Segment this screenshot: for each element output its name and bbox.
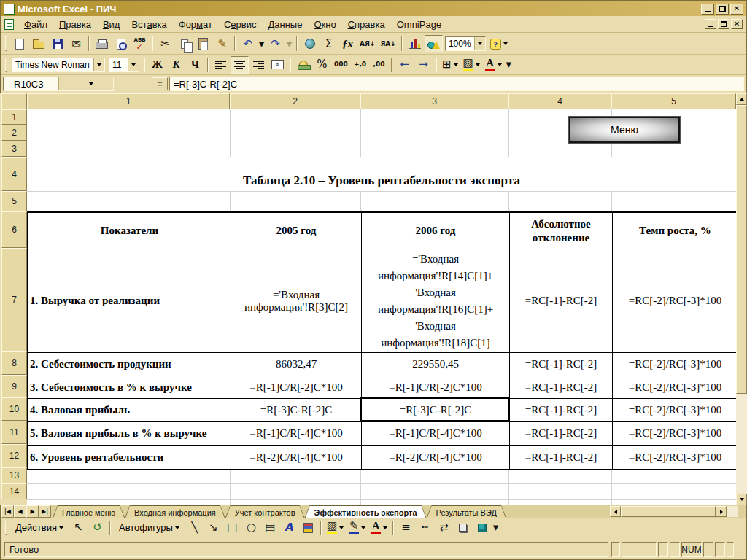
fill-color-button[interactable]: ▨ bbox=[325, 519, 346, 537]
table-cell[interactable]: =R[-1]C/R[-2]C*100 bbox=[231, 376, 362, 399]
sort-ascending-button[interactable]: АЯ↓ bbox=[357, 35, 377, 52]
menu-tools[interactable]: Сервис bbox=[218, 18, 263, 31]
chart-wizard-button[interactable] bbox=[406, 35, 424, 52]
table-cell[interactable]: =RC[-1]-RC[-2] bbox=[510, 446, 613, 469]
menu-data[interactable]: Данные bbox=[262, 18, 308, 31]
align-left-button[interactable] bbox=[212, 56, 230, 74]
scroll-up-button[interactable] bbox=[736, 93, 747, 105]
chevron-down-icon[interactable] bbox=[498, 63, 502, 66]
print-preview-button[interactable] bbox=[112, 35, 130, 52]
row-header-12[interactable]: 12 bbox=[1, 444, 27, 467]
menu-format[interactable]: Формат bbox=[173, 18, 218, 31]
row-header-9[interactable]: 9 bbox=[1, 375, 27, 397]
rectangle-button[interactable]: □ bbox=[223, 519, 241, 537]
chevron-down-icon[interactable] bbox=[93, 58, 104, 71]
chevron-down-icon[interactable] bbox=[175, 526, 179, 529]
underline-button[interactable]: Ч bbox=[186, 56, 204, 74]
vertical-scroll-thumb[interactable] bbox=[736, 105, 747, 394]
tab-nav-previous-sheet[interactable]: ◀ bbox=[14, 505, 26, 518]
row-header-11[interactable]: 11 bbox=[1, 421, 27, 444]
menu-insert[interactable]: Вставка bbox=[125, 18, 172, 31]
shadow-button[interactable] bbox=[454, 519, 472, 537]
table-cell[interactable]: 2. Себестоимость продукции bbox=[28, 353, 231, 376]
borders-button[interactable]: ⊞ bbox=[440, 56, 460, 74]
select-objects-button[interactable]: ↖ bbox=[69, 519, 88, 537]
table-cell[interactable]: =RC[-2]/RC[-3]*100 bbox=[613, 422, 738, 446]
menu-view[interactable]: Вид bbox=[97, 18, 126, 31]
tab-nav-last-sheet[interactable]: ▶| bbox=[39, 505, 51, 518]
toolbar-drag-handle[interactable] bbox=[5, 36, 7, 51]
undo-options-button[interactable]: ▾ bbox=[258, 35, 266, 52]
table-cell[interactable]: 3. Себестоимость в % к выручке bbox=[28, 376, 231, 399]
chevron-down-icon[interactable] bbox=[503, 42, 508, 45]
table-cell[interactable]: =RC[-1]-RC[-2] bbox=[510, 422, 613, 446]
menu-edit[interactable]: Правка bbox=[53, 18, 97, 31]
table-cell[interactable]: =R[-2]C/R[-4]C*100 bbox=[362, 446, 510, 469]
table-cell[interactable]: =R[-3]C-R[-2]C bbox=[231, 399, 362, 422]
row-header-4[interactable]: 4 bbox=[1, 157, 27, 191]
sheet-tab-main-menu[interactable]: Главное меню bbox=[53, 505, 125, 518]
table-title-cell[interactable]: Таблица 2.10 – Уровень рентабельности эк… bbox=[27, 157, 736, 191]
table-cell[interactable]: ='Входная информация'!R[14]C[1]+​'Входна… bbox=[362, 249, 510, 353]
table-cell[interactable]: =R[-1]C/R[-4]C*100 bbox=[362, 422, 510, 446]
merge-and-center-button[interactable] bbox=[268, 56, 287, 74]
increase-decimal-button[interactable]: +,0 bbox=[351, 56, 369, 74]
table-header-cell[interactable]: Абсолютное отклонение bbox=[510, 213, 613, 249]
chevron-down-icon[interactable] bbox=[474, 37, 485, 50]
toolbar-options-button[interactable]: ▾ bbox=[492, 519, 500, 537]
email-button[interactable]: ✉ bbox=[67, 35, 85, 52]
table-cell[interactable]: =RC[-1]-RC[-2] bbox=[510, 249, 613, 353]
column-header-2[interactable]: 2 bbox=[230, 93, 360, 109]
scroll-down-button[interactable] bbox=[736, 494, 747, 505]
oval-button[interactable]: ○ bbox=[242, 519, 260, 537]
column-header-1[interactable]: 1 bbox=[27, 93, 230, 109]
tab-nav-next-sheet[interactable]: ▶ bbox=[26, 505, 39, 518]
draw-menu-button[interactable]: Действия bbox=[10, 519, 69, 537]
menu-form-button[interactable]: Меню bbox=[569, 117, 680, 143]
sheet-tab-contracts[interactable]: Учет контрактов bbox=[225, 505, 305, 518]
table-cell[interactable]: =R[-1]C/R[-2]C*100 bbox=[362, 376, 510, 399]
help-button[interactable] bbox=[488, 35, 510, 52]
sheet-tab-input-info[interactable]: Входная информация bbox=[125, 505, 225, 518]
name-box-dropdown[interactable] bbox=[58, 77, 114, 90]
open-button[interactable] bbox=[29, 35, 47, 52]
workbook-close-button[interactable]: ✕ bbox=[731, 19, 743, 29]
minimize-button[interactable] bbox=[701, 4, 714, 15]
workbook-restore-button[interactable] bbox=[718, 19, 729, 29]
table-cell[interactable]: 6. Уровень рентабельности bbox=[28, 446, 231, 469]
horizontal-scroll-thumb[interactable] bbox=[621, 506, 716, 517]
table-cell[interactable]: =R[-1]C/R[-4]C*100 bbox=[231, 422, 362, 446]
row-header-5[interactable]: 5 bbox=[1, 191, 27, 211]
column-header-5[interactable]: 5 bbox=[611, 93, 736, 109]
table-cell[interactable]: 5. Валовая прибыль в % к выручке bbox=[28, 422, 231, 446]
row-header-8[interactable]: 8 bbox=[1, 351, 27, 375]
chevron-down-icon[interactable] bbox=[476, 63, 480, 66]
italic-button[interactable]: К bbox=[167, 56, 185, 74]
table-cell[interactable]: =RC[-2]/RC[-3]*100 bbox=[613, 353, 738, 376]
arrow-style-button[interactable]: ⇄ bbox=[435, 519, 453, 537]
font-color-button[interactable]: А bbox=[368, 519, 390, 537]
chevron-down-icon[interactable] bbox=[383, 526, 387, 529]
row-header-10[interactable]: 10 bbox=[1, 397, 27, 421]
menu-window[interactable]: Окно bbox=[308, 18, 341, 31]
row-header-3[interactable]: 3 bbox=[1, 141, 27, 157]
chevron-down-icon[interactable] bbox=[339, 526, 344, 529]
line-button[interactable]: ╲ bbox=[185, 519, 204, 537]
table-header-cell[interactable]: Показатели bbox=[28, 213, 231, 249]
table-cell[interactable]: =RC[-1]-RC[-2] bbox=[510, 399, 613, 422]
dash-style-button[interactable]: ┅ bbox=[416, 519, 434, 537]
table-cell[interactable]: =RC[-2]/RC[-3]*100 bbox=[613, 399, 738, 422]
workbook-minimize-button[interactable] bbox=[705, 19, 716, 29]
table-cell[interactable]: =R[-3]C-R[-2]C bbox=[362, 399, 510, 422]
insert-clipart-button[interactable] bbox=[299, 519, 317, 537]
horizontal-scrollbar[interactable] bbox=[610, 506, 738, 517]
3d-button[interactable] bbox=[473, 519, 491, 537]
menu-file[interactable]: Файл bbox=[18, 18, 53, 31]
insert-hyperlink-button[interactable] bbox=[301, 35, 319, 52]
vertical-scrollbar[interactable] bbox=[736, 93, 747, 505]
restore-button[interactable] bbox=[716, 4, 729, 15]
chevron-down-icon[interactable] bbox=[361, 526, 365, 529]
save-button[interactable] bbox=[48, 35, 66, 52]
currency-style-button[interactable] bbox=[294, 56, 312, 74]
scroll-right-button[interactable] bbox=[716, 506, 727, 517]
